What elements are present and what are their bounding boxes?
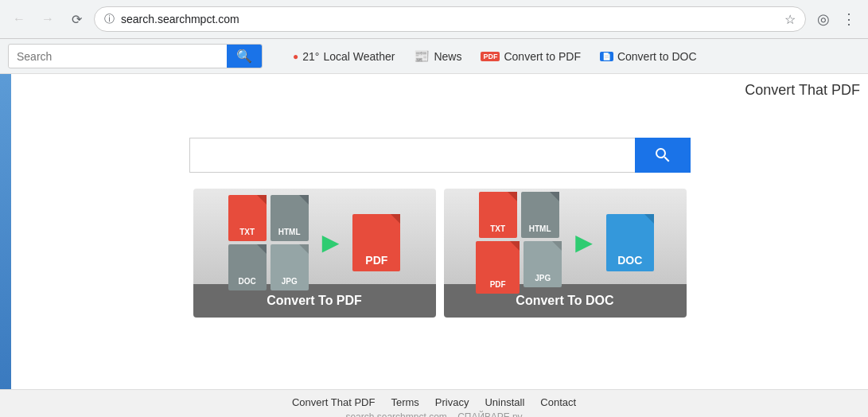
pdf-out-icon: PDF xyxy=(352,214,400,271)
convert-doc-label: Convert to DOC xyxy=(617,50,697,63)
convert-that-pdf-link[interactable]: Convert That PDF xyxy=(745,82,860,99)
footer-terms-link[interactable]: Terms xyxy=(391,396,418,408)
footer-convert-pdf-link[interactable]: Convert That PDF xyxy=(292,396,376,408)
address-bar[interactable]: ⓘ search.searchmpct.com ☆ xyxy=(94,6,806,32)
center-search-bar xyxy=(189,138,691,173)
blue-sidebar xyxy=(0,74,11,389)
weather-item[interactable]: ● 21° Local Weather xyxy=(285,47,403,66)
weather-temp: 21° xyxy=(302,50,319,63)
center-search xyxy=(11,138,868,173)
ext-search-box[interactable]: 🔍 xyxy=(8,44,263,68)
page-content: Convert That PDF xyxy=(0,74,868,417)
html-file-icon-2: HTML xyxy=(521,192,559,238)
convert-to-doc-card-images: TXT HTML PDF JPG ► DOC xyxy=(444,189,687,284)
footer-sub: search.searchmpct.com – СПАЙВАРЕ.ру xyxy=(0,411,868,417)
footer-uninstall-link[interactable]: Uninstall xyxy=(485,396,524,408)
doc-badge-icon: 📄 xyxy=(600,52,613,61)
news-icon: 📰 xyxy=(414,49,430,64)
footer: Convert That PDF Terms Privacy Uninstall… xyxy=(0,389,868,417)
news-label: News xyxy=(434,50,461,63)
lock-icon: ⓘ xyxy=(104,12,115,26)
cards-area: TXT HTML DOC JPG ► PDF Convert To PDF xyxy=(11,189,868,318)
convert-doc-item[interactable]: 📄 Convert to DOC xyxy=(592,47,705,66)
convert-to-doc-card[interactable]: TXT HTML PDF JPG ► DOC Convert To DOC xyxy=(444,189,687,318)
doc-in-icon: DOC xyxy=(228,244,267,290)
address-text: search.searchmpct.com xyxy=(121,13,778,25)
forward-button[interactable]: → xyxy=(37,8,59,30)
arrow-icon-2: ► xyxy=(570,226,598,259)
footer-links: Convert That PDF Terms Privacy Uninstall… xyxy=(0,396,868,408)
ext-search-button[interactable]: 🔍 xyxy=(227,45,262,68)
html-file-icon: HTML xyxy=(271,195,309,241)
footer-contact-link[interactable]: Contact xyxy=(540,396,576,408)
main-area: Convert That PDF xyxy=(11,74,868,389)
weather-label: Local Weather xyxy=(323,50,395,63)
jpg-in-icon: JPG xyxy=(271,244,309,290)
txt-file-icon: TXT xyxy=(228,195,267,241)
jpg-in-icon-2: JPG xyxy=(524,241,562,287)
footer-privacy-link[interactable]: Privacy xyxy=(435,396,469,408)
menu-button[interactable]: ⋮ xyxy=(838,8,860,30)
convert-to-pdf-card[interactable]: TXT HTML DOC JPG ► PDF Convert To PDF xyxy=(193,189,436,318)
browser-toolbar: ← → ⟳ ⓘ search.searchmpct.com ☆ ◎ ⋮ xyxy=(0,0,868,38)
bookmark-star-icon[interactable]: ☆ xyxy=(784,12,796,27)
ext-search-input[interactable] xyxy=(9,46,227,67)
arrow-icon: ► xyxy=(317,226,345,259)
reload-button[interactable]: ⟳ xyxy=(65,8,88,30)
page-inner: Convert That PDF xyxy=(0,74,868,389)
extensions-button[interactable]: ◎ xyxy=(812,8,835,30)
doc-out-icon: DOC xyxy=(606,214,654,271)
ext-toolbar: 🔍 ● 21° Local Weather 📰 News PDF Convert… xyxy=(0,39,868,74)
browser-chrome: ← → ⟳ ⓘ search.searchmpct.com ☆ ◎ ⋮ xyxy=(0,0,868,39)
convert-to-pdf-card-images: TXT HTML DOC JPG ► PDF xyxy=(193,189,436,284)
main-search-input[interactable] xyxy=(189,138,635,173)
search-icon xyxy=(653,146,672,165)
news-item[interactable]: 📰 News xyxy=(406,45,469,67)
convert-pdf-item[interactable]: PDF Convert to PDF xyxy=(473,47,588,66)
back-button[interactable]: ← xyxy=(8,8,30,30)
convert-pdf-label: Convert to PDF xyxy=(504,50,580,63)
main-search-button[interactable] xyxy=(635,138,691,173)
txt-file-icon-2: TXT xyxy=(479,192,517,238)
pdf-badge-icon: PDF xyxy=(481,52,500,61)
pdf-in-icon: PDF xyxy=(476,241,520,294)
toolbar-icons: ◎ ⋮ xyxy=(812,8,860,30)
